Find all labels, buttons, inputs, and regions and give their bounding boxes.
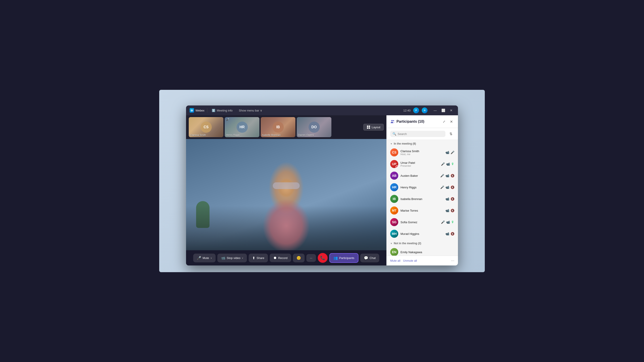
avatar-murad: MH	[390, 230, 398, 238]
participants-icon: 👥	[334, 256, 338, 260]
video-dropdown-arrow[interactable]: ∨	[242, 257, 243, 259]
video-icon-clarissa: 📹	[446, 151, 449, 154]
chevron-down-icon: ∨	[260, 109, 262, 112]
avatar-clarissa: CS	[390, 148, 398, 156]
participants-button[interactable]: 👥 Participants	[330, 253, 358, 263]
titlebar: W Webex ℹ️ Meeting info Show menu bar ∨ …	[186, 105, 458, 115]
svg-rect-5	[369, 127, 370, 129]
participant-item-austen[interactable]: AB Austen Baker 🎤 📹 🔇	[386, 170, 458, 181]
thumbnail-clarissa[interactable]: CS Clarissa Smith	[189, 117, 224, 137]
chat-icon: 💬	[364, 256, 368, 260]
main-content: CS Clarissa Smith HR 🎤 Henry Riggs IB	[186, 115, 458, 266]
webex-logo: W Webex	[190, 108, 204, 113]
not-in-meeting-section-header[interactable]: ▼ Not in the meeting (2)	[386, 240, 458, 246]
avatar-isabella: IB	[390, 195, 398, 203]
stop-video-label: Stop video	[227, 256, 240, 260]
stop-video-button[interactable]: 📹 Stop video ∨	[217, 254, 247, 262]
mute-all-button[interactable]: Mute all	[390, 258, 400, 263]
participant-icons-clarissa: 📹 🎤	[446, 151, 454, 154]
avatar-sofia: SG	[390, 218, 398, 226]
user-avatar-2[interactable]: H	[422, 107, 428, 113]
mic-icon: 🎤	[197, 256, 201, 260]
main-video	[186, 139, 386, 250]
video-icon-umar: 📹	[446, 162, 450, 166]
video-icon-sofia: 📹	[446, 220, 450, 224]
in-meeting-section-header[interactable]: ▼ In the meeting (8)	[386, 140, 458, 147]
video-icon-isabella: 📹	[446, 197, 449, 201]
mic-icon-clarissa: 🎤	[450, 151, 454, 154]
mute-label: Mute	[202, 256, 209, 260]
info-icon: ℹ️	[212, 109, 215, 112]
thumbnail-henry[interactable]: HR 🎤 Henry Riggs	[225, 117, 260, 137]
participant-info-austen: Austen Baker	[400, 174, 438, 177]
share-icon: ⬆	[252, 256, 255, 260]
video-area: CS Clarissa Smith HR 🎤 Henry Riggs IB	[186, 115, 386, 266]
search-icon: 🔍	[392, 132, 396, 136]
minimize-button[interactable]: —	[432, 107, 438, 113]
user-avatar-1[interactable]: P	[413, 107, 419, 113]
thumbnail-isabelle[interactable]: IB Isabelle Brennan	[261, 117, 296, 137]
video-icon-henry: 📹	[446, 185, 449, 189]
app-name: Webex	[196, 109, 204, 112]
panel-expand-button[interactable]: ⤢	[441, 118, 447, 125]
participant-name-marise: Marise Torres	[400, 209, 443, 212]
unmute-all-button[interactable]: Unmute all	[403, 258, 417, 263]
sort-button[interactable]: ⇅	[447, 130, 454, 137]
titlebar-right: 12:40 P H — ⬜ ✕	[403, 107, 454, 113]
mute-button[interactable]: 🎤 Mute ∨	[193, 254, 216, 262]
thumbnail-label-clarissa: Clarissa Smith	[190, 134, 206, 136]
participant-item-umar[interactable]: UP ! Umar Patel Presenter 🎤 📹 🎙	[386, 158, 458, 170]
participant-name-austen: Austen Baker	[400, 174, 438, 177]
participant-info-isabella: Isabella Brennan	[400, 197, 443, 201]
video-icon: 📹	[221, 256, 226, 260]
participant-icons-murad: 📹 🔇	[446, 232, 454, 236]
thumbnail-strip: CS Clarissa Smith HR 🎤 Henry Riggs IB	[186, 115, 386, 139]
thumbnail-label-isabelle: Isabelle Brennan	[262, 134, 281, 136]
participant-info-emily: Emily Nakagawa	[400, 251, 454, 254]
layout-label: Layout	[372, 126, 380, 129]
close-button[interactable]: ✕	[448, 107, 454, 113]
window-controls: — ⬜ ✕	[432, 107, 454, 113]
in-meeting-label: In the meeting (8)	[394, 142, 416, 145]
mic-icon-henry: 🎤	[440, 185, 444, 189]
record-label: Record	[278, 256, 288, 260]
video-icon-marise: 📹	[446, 209, 449, 212]
participant-icons-umar: 🎤 📹 🎙	[441, 162, 454, 166]
meeting-info-button[interactable]: ℹ️ Meeting info	[210, 108, 234, 113]
share-label: Share	[256, 256, 264, 260]
show-menu-button[interactable]: Show menu bar ∨	[237, 108, 264, 113]
participant-item-sofia[interactable]: SG Sofia Gomez 🎤 📹 🎙	[386, 216, 458, 228]
participant-item-isabella[interactable]: IB Isabella Brennan 📹 🔇	[386, 193, 458, 205]
avatar-marise: MT	[390, 206, 398, 215]
panel-close-button[interactable]: ✕	[448, 118, 454, 125]
participants-panel: Participants (10) ⤢ ✕ 🔍 ⇅	[386, 115, 458, 266]
chat-button[interactable]: 💬 Chat	[360, 254, 379, 262]
more-options-button[interactable]: ···	[451, 258, 454, 263]
search-input[interactable]	[398, 132, 443, 136]
layout-button[interactable]: Layout	[363, 124, 384, 130]
mic-muted-icon-murad: 🔇	[450, 232, 454, 236]
participant-item-henry[interactable]: HR Henry Riggs 🎤 📹 🔇	[386, 181, 458, 193]
thumbnail-label-henry: Henry Riggs	[226, 134, 240, 136]
mic-icon-austen: 🎤	[440, 174, 444, 177]
not-in-meeting-chevron: ▼	[390, 242, 392, 245]
participant-item-clarissa[interactable]: CS Clarissa Smith Host, me 📹 🎤	[386, 147, 458, 158]
thumbnail-darren[interactable]: DO Darren Owens	[297, 117, 332, 137]
mic-muted-icon-austen: 🔇	[450, 174, 454, 177]
participant-item-emily[interactable]: EN Emily Nakagawa	[386, 246, 458, 256]
participant-item-murad[interactable]: MH Murad Higgins 📹 🔇	[386, 228, 458, 240]
mute-dropdown-arrow[interactable]: ∨	[210, 257, 212, 259]
participants-label: Participants	[339, 256, 354, 260]
record-button[interactable]: ⏺ Record	[270, 254, 291, 262]
maximize-button[interactable]: ⬜	[440, 107, 446, 113]
clock: 12:40	[403, 109, 410, 112]
participant-item-marise[interactable]: MT Marise Torres 📹 🔇	[386, 205, 458, 216]
participant-info-sofia: Sofia Gomez	[400, 221, 439, 224]
share-button[interactable]: ⬆ Share	[249, 254, 268, 262]
reactions-button[interactable]: 😊	[293, 254, 304, 262]
main-window: W Webex ℹ️ Meeting info Show menu bar ∨ …	[186, 105, 458, 266]
end-call-button[interactable]: 📞	[318, 253, 328, 263]
video-icon-murad: 📹	[446, 232, 449, 236]
mic-muted-icon-marise: 🔇	[450, 209, 454, 212]
more-button[interactable]: ···	[306, 254, 316, 262]
